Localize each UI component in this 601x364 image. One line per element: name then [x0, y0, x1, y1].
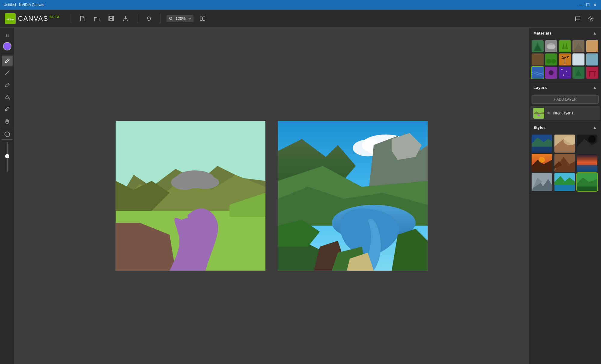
material-water[interactable] [532, 67, 544, 79]
materials-header[interactable]: Materials ▲ [529, 28, 601, 38]
layers-header[interactable]: Layers ▲ [529, 82, 601, 93]
styles-header[interactable]: Styles ▲ [529, 122, 601, 133]
svg-rect-49 [559, 40, 571, 52]
svg-rect-60 [572, 53, 584, 65]
material-sand[interactable] [586, 40, 598, 52]
material-snow[interactable] [572, 53, 584, 65]
style-mountain-blue[interactable] [532, 135, 552, 153]
color-picker-button[interactable] [2, 104, 13, 114]
right-panel: Materials ▲ [529, 28, 601, 364]
styles-title: Styles [533, 125, 546, 130]
svg-rect-55 [532, 53, 544, 65]
maximize-button[interactable]: ☐ [585, 2, 590, 7]
brush-size-thumb[interactable] [5, 154, 9, 158]
brush-size-slider[interactable] [7, 142, 8, 172]
material-rock[interactable] [572, 40, 584, 52]
layer-name: New Layer 1 [553, 111, 597, 115]
settings-button[interactable] [585, 13, 596, 24]
svg-point-67 [566, 71, 567, 72]
material-sparkle[interactable] [559, 67, 571, 79]
style-meadow[interactable] [577, 173, 597, 191]
svg-rect-103 [577, 187, 597, 191]
toolbar: NVIDIA CANVASBETA 120% [0, 10, 601, 28]
svg-point-69 [568, 75, 568, 76]
layers-title: Layers [533, 85, 547, 90]
style-dark[interactable] [577, 135, 597, 153]
undo-button[interactable] [143, 13, 154, 24]
svg-rect-73 [589, 71, 596, 72]
save-file-button[interactable] [106, 13, 117, 24]
drag-handle-button[interactable] [2, 30, 13, 41]
feedback-button[interactable] [572, 13, 583, 24]
export-button[interactable] [120, 13, 131, 24]
svg-point-68 [563, 74, 564, 76]
style-ocean-sunset[interactable] [577, 154, 597, 172]
material-dirt[interactable] [532, 53, 544, 65]
material-palm[interactable] [559, 53, 571, 65]
zoom-control[interactable]: 120% [166, 15, 193, 22]
svg-point-12 [8, 35, 8, 36]
material-mountain[interactable] [532, 40, 544, 52]
svg-rect-94 [577, 165, 597, 172]
svg-point-14 [8, 36, 8, 37]
svg-point-9 [6, 34, 7, 35]
material-grass-1[interactable] [559, 40, 571, 52]
pan-tool-button[interactable] [2, 116, 13, 126]
svg-rect-65 [559, 67, 571, 79]
material-shrine[interactable] [572, 67, 584, 79]
materials-grid [529, 38, 601, 82]
toolbar-separator-3 [160, 14, 160, 23]
materials-chevron: ▲ [593, 31, 597, 35]
toolbar-separator-2 [137, 14, 137, 23]
svg-point-86 [588, 135, 596, 143]
layers-section: Layers ▲ + ADD LAYER 👁 New Layer 1 [529, 82, 601, 122]
style-grey-peaks[interactable] [532, 173, 552, 191]
left-toolbar [0, 28, 14, 364]
material-torii[interactable] [586, 67, 598, 79]
layer-visibility-icon[interactable]: 👁 [547, 111, 551, 116]
svg-rect-80 [532, 147, 552, 153]
segmentation-canvas[interactable] [115, 121, 266, 271]
main-content: Materials ▲ [0, 28, 601, 364]
material-cloud[interactable] [545, 40, 557, 52]
svg-rect-3 [110, 16, 113, 18]
svg-point-48 [551, 45, 555, 49]
style-sunset[interactable] [532, 154, 552, 172]
material-fog[interactable] [586, 53, 598, 65]
svg-rect-4 [110, 19, 113, 21]
layer-item[interactable]: 👁 New Layer 1 [530, 106, 600, 120]
svg-text:NVIDIA: NVIDIA [7, 18, 14, 20]
fill-tool-button[interactable] [2, 92, 13, 102]
logo-area: NVIDIA CANVASBETA [5, 13, 60, 24]
nvidia-logo: NVIDIA [5, 13, 16, 24]
materials-title: Materials [533, 31, 552, 35]
close-button[interactable]: ✕ [593, 2, 597, 7]
svg-rect-74 [589, 72, 590, 77]
color-swatch[interactable] [3, 42, 11, 50]
open-file-button[interactable] [91, 13, 102, 24]
minimize-button[interactable]: ─ [578, 2, 583, 7]
compare-button[interactable] [197, 13, 208, 24]
brush-tool-button[interactable] [2, 56, 13, 66]
rendered-canvas[interactable] [278, 121, 428, 271]
svg-rect-75 [594, 72, 595, 77]
new-file-button[interactable] [77, 13, 88, 24]
material-purple[interactable] [545, 67, 557, 79]
style-red-rocks[interactable] [554, 154, 575, 172]
line-tool-button[interactable] [2, 68, 13, 78]
titlebar: Untitled - NVIDIA Canvas ─ ☐ ✕ [0, 0, 601, 10]
styles-section: Styles ▲ [529, 122, 601, 194]
styles-chevron: ▲ [593, 125, 597, 130]
material-bush[interactable] [545, 53, 557, 65]
svg-point-15 [5, 110, 7, 111]
svg-point-5 [169, 17, 172, 20]
eraser-tool-button[interactable] [2, 80, 13, 90]
style-desert[interactable] [554, 135, 575, 153]
svg-rect-72 [586, 67, 598, 79]
add-layer-button[interactable]: + ADD LAYER [532, 95, 599, 104]
svg-point-11 [6, 35, 7, 36]
window-controls: ─ ☐ ✕ [578, 2, 597, 7]
layer-thumbnail [533, 108, 544, 119]
style-coastal[interactable] [554, 173, 575, 191]
svg-rect-54 [586, 40, 598, 52]
